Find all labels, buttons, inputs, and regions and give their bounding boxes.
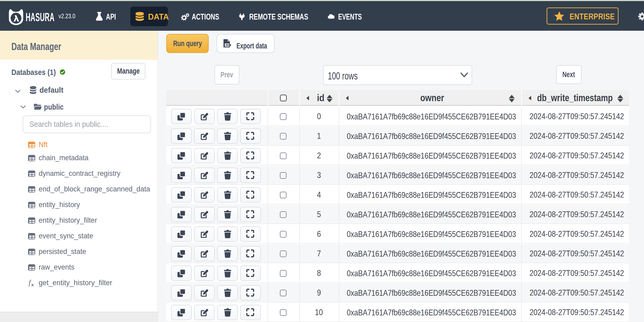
svg-text:x: x bbox=[31, 282, 34, 287]
